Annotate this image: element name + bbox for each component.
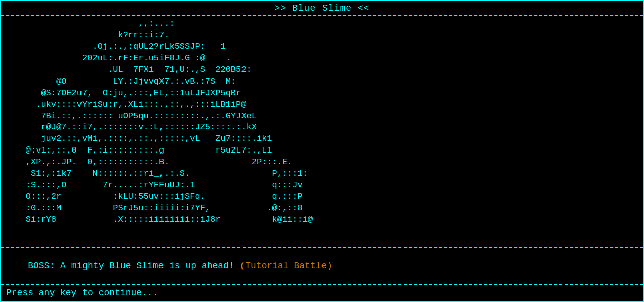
message-highlight: (Tutorial Battle) — [240, 261, 333, 271]
ascii-art: ,,:...: k?rr::i:7. .Oj.:.,:qUL2?rLk5SSJP… — [5, 18, 639, 226]
title-bar: >> Blue Slime << — [1, 1, 643, 16]
game-screen: >> Blue Slime << ,,:...: k?rr::i:7. .Oj.… — [0, 0, 644, 302]
message-text: BOSS: A mighty Blue Slime is up ahead! — [28, 261, 239, 271]
message-bar: BOSS: A mighty Blue Slime is up ahead! (… — [1, 248, 643, 285]
press-bar[interactable]: Press any key to continue... — [1, 285, 643, 301]
main-area: ,,:...: k?rr::i:7. .Oj.:.,:qUL2?rLk5SSJP… — [1, 16, 643, 248]
